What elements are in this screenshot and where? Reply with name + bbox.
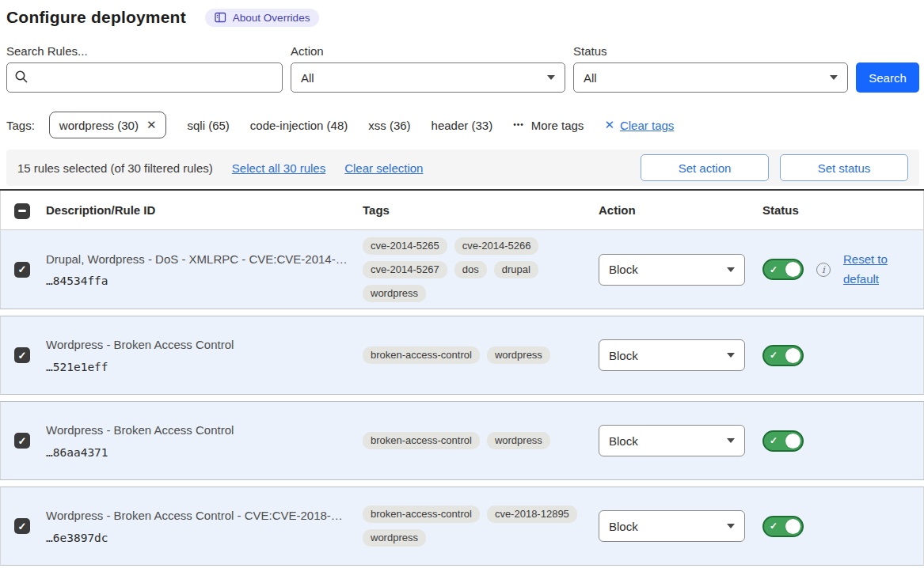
selection-bar: 15 rules selected (of 30 filtered rules)… [6,150,919,186]
toggle-knob [785,434,800,449]
chevron-down-icon [727,267,735,272]
about-overrides-badge[interactable]: About Overrides [205,9,320,27]
chevron-down-icon [727,353,735,358]
clear-tags-label: Clear tags [620,119,674,132]
reset-to-default-link[interactable]: Reset to default [843,250,895,290]
book-icon [215,12,226,23]
select-all-checkbox[interactable] [14,203,30,219]
status-toggle[interactable]: ✓ [762,345,804,366]
table-row: ✓ Wordpress - Broken Access Control …86a… [0,401,924,480]
info-icon[interactable]: i [816,263,831,277]
rule-tag: drupal [494,261,538,278]
tags-bar: Tags: wordpress (30) ✕ sqli (65)code-inj… [6,110,919,140]
row-action-value: Block [609,520,638,533]
table-body: ✓ Drupal, Wordpress - DoS - XMLRPC - CVE… [0,230,924,566]
chevron-down-icon [547,75,555,80]
check-icon: ✓ [770,436,778,445]
tag-filter[interactable]: xss (36) [368,119,410,132]
check-icon: ✓ [770,265,778,275]
tag-list: sqli (65)code-injection (48)xss (36)head… [187,119,492,132]
rule-id: …86aa4371 [46,446,350,459]
table-row: ✓ Wordpress - Broken Access Control - CV… [0,487,924,566]
toggle-knob [785,348,800,363]
chevron-down-icon [727,438,735,443]
more-tags-button[interactable]: ••• More tags [513,119,584,132]
status-toggle[interactable]: ✓ [762,430,804,452]
chevron-down-icon [830,75,838,80]
set-status-button[interactable]: Set status [780,154,908,181]
table-row: ✓ Wordpress - Broken Access Control …521… [0,316,924,395]
check-icon: ✓ [18,264,27,275]
row-action-select[interactable]: Block [599,339,745,371]
rule-tag: wordpress [363,529,426,547]
status-filter-label: Status [573,44,848,58]
select-all-rules-link[interactable]: Select all 30 rules [232,161,325,175]
search-icon [14,70,29,86]
rule-tags: broken-access-controlcve-2018-12895wordp… [363,506,599,547]
search-rules-field: Search Rules... [6,44,283,93]
rule-tag: cve-2014-5265 [363,237,447,255]
status-filter-value: All [584,71,597,85]
status-toggle[interactable]: ✓ [762,259,804,280]
status-toggle[interactable]: ✓ [762,516,804,537]
row-action-select[interactable]: Block [599,425,745,456]
row-checkbox[interactable]: ✓ [14,518,30,534]
tag-filter[interactable]: header (33) [432,119,493,132]
rule-tag: cve-2014-5267 [363,261,447,278]
row-checkbox[interactable]: ✓ [14,347,30,363]
search-rules-input[interactable] [6,62,283,93]
rule-description: Wordpress - Broken Access Control - CVE:… [46,508,350,524]
clear-selection-link[interactable]: Clear selection [344,161,423,175]
selection-summary: 15 rules selected (of 30 filtered rules) [17,161,213,175]
clear-tags-link[interactable]: ✕ Clear tags [604,118,674,132]
indeterminate-icon [18,210,26,212]
check-icon: ✓ [18,521,27,532]
set-action-button[interactable]: Set action [641,154,769,181]
rule-tags: broken-access-controlwordpress [363,432,599,449]
row-action-value: Block [609,263,638,276]
row-action-select[interactable]: Block [599,510,745,542]
check-icon: ✓ [770,350,778,360]
table-header: Description/Rule ID Tags Action Status [0,191,924,230]
status-filter-select[interactable]: All [573,62,848,93]
more-tags-label: More tags [531,119,584,132]
rule-id: …521e1eff [46,361,350,373]
tag-filter[interactable]: sqli (65) [187,119,229,132]
rule-tag: wordpress [487,346,550,364]
remove-tag-icon[interactable]: ✕ [146,118,157,132]
rule-description: Wordpress - Broken Access Control [46,337,350,353]
page-header: Configure deployment About Overrides [6,8,919,27]
configure-deployment-page: Configure deployment About Overrides Sea… [0,0,924,566]
column-header-tags: Tags [363,203,599,217]
row-action-select[interactable]: Block [599,254,745,286]
row-action-value: Block [609,349,638,362]
column-header-description: Description/Rule ID [46,203,363,217]
rule-description: Drupal, Wordpress - DoS - XMLRPC - CVE:C… [46,252,350,267]
page-title: Configure deployment [6,8,186,27]
rule-id: …6e3897dc [46,532,350,544]
filter-bar: Search Rules... Action All Status [6,44,919,93]
rule-tag: cve-2014-5266 [454,237,539,255]
search-button[interactable]: Search [856,62,919,93]
check-icon: ✓ [18,350,27,361]
rule-description: Wordpress - Broken Access Control [46,422,350,438]
rule-tag: broken-access-control [363,506,480,523]
row-checkbox[interactable]: ✓ [14,433,30,449]
about-overrides-label: About Overrides [233,12,310,24]
action-filter-select[interactable]: All [291,62,565,93]
rule-tag: wordpress [487,432,550,449]
toggle-knob [785,262,800,277]
selected-tag-label: wordpress (30) [59,119,139,132]
action-filter-field: Action All [291,44,565,93]
column-header-status: Status [762,203,923,217]
check-icon: ✓ [18,436,27,446]
rule-tag: broken-access-control [363,346,480,364]
tag-filter[interactable]: code-injection (48) [250,119,348,132]
tags-label: Tags: [6,119,35,132]
rule-tag: broken-access-control [363,432,480,449]
rule-tag: cve-2018-12895 [487,506,577,523]
close-icon: ✕ [604,118,614,132]
selected-tag-chip[interactable]: wordpress (30) ✕ [49,112,167,138]
row-checkbox[interactable]: ✓ [14,262,30,278]
column-header-action: Action [599,203,762,217]
